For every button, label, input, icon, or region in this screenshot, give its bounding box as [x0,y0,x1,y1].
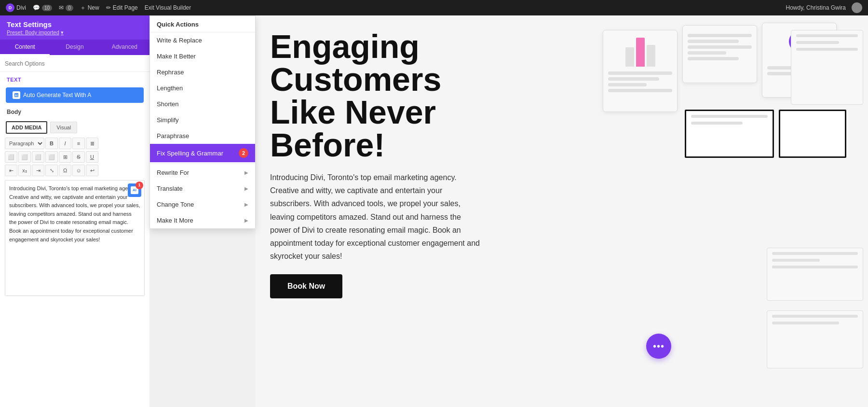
special-char-button[interactable]: Ω [59,165,71,176]
pencil-icon: ✏ [106,4,111,11]
brand-name: Divi [16,4,26,11]
exit-label: Exit Visual Builder [145,4,191,11]
toolbar-row-2: Paragraph B I ≡ ≣ [5,137,145,150]
spelling-badge: 2 [239,148,248,158]
plus-icon: ＋ [80,4,86,12]
hero-section: EngagingCustomersLike NeverBefore! Intro… [256,15,593,308]
page-content: EngagingCustomersLike NeverBefore! Intro… [256,15,868,407]
toolbar-row-1: ADD MEDIA Visual [5,118,145,137]
panel-tabs: Content Design Advanced [0,40,149,55]
ul-button[interactable]: ≡ [72,138,85,149]
comments-count: 10 [42,5,52,11]
underline-button[interactable]: U [86,151,98,163]
align-center-button[interactable]: ⬜ [18,151,31,163]
align-left-button[interactable]: ⬜ [5,151,17,163]
search-input[interactable] [5,60,145,67]
section-label: Text [0,72,149,84]
chevron-right-icon: ▶ [244,170,248,175]
exit-visual-builder[interactable]: Exit Visual Builder [145,4,191,11]
toolbar-row-3: ⬜ ⬜ ⬜ ⬜ ⊞ S U [5,150,145,164]
comments-item[interactable]: 💬 10 [33,4,52,11]
search-options[interactable] [0,55,149,72]
admin-bar-right: Howdy, Christina Gwira [786,2,862,13]
admin-bar: D Divi 💬 10 ✉ 0 ＋ New ✏ Edit Page Exit V… [0,0,868,15]
ol-button[interactable]: ≣ [86,138,98,149]
italic-button[interactable]: I [59,138,71,149]
menu-fix-spelling[interactable]: Fix Spelling & Grammar 2 [150,144,255,162]
tab-design[interactable]: Design [50,40,99,55]
menu-simplify[interactable]: Simplify [150,112,255,128]
context-menu: Quick Actions Write & Replace Make It Be… [149,15,256,229]
bold-button[interactable]: B [45,138,58,149]
toolbar-row-4: ⇤ x₂ ⇥ ⤡ Ω ☺ ↩ [5,164,145,177]
divi-logo-icon: D [6,3,14,12]
menu-rewrite-for[interactable]: Rewrite For ▶ [150,165,255,181]
menu-paraphrase[interactable]: Paraphrase [150,128,255,144]
menu-rephrase[interactable]: Rephrase [150,64,255,80]
menu-make-better[interactable]: Make It Better [150,48,255,64]
edit-page-label: Edit Page [113,4,138,11]
menu-change-tone[interactable]: Change Tone ▶ [150,196,255,212]
hero-headline: EngagingCustomersLike NeverBefore! [270,30,579,161]
indent-more-button[interactable]: ⇥ [32,165,44,176]
chevron-right-icon-translate: ▶ [244,186,248,191]
menu-translate[interactable]: Translate ▶ [150,181,255,196]
undo-editor-button[interactable]: ↩ [86,165,98,176]
menu-shorten[interactable]: Shorten [150,96,255,112]
strikethrough-button[interactable]: S [72,151,85,163]
left-panel: Text Settings Preset: Body imported ▾ Co… [0,15,149,407]
table-button[interactable]: ⊞ [59,151,71,163]
ai-button-label: Auto Generate Text With A [23,92,91,98]
body-label: Body [0,107,149,118]
messages-icon: ✉ [59,4,64,11]
chevron-right-icon-more: ▶ [244,218,248,223]
preset-label: Preset: Body imported [7,29,59,35]
add-media-button[interactable]: ADD MEDIA [6,121,47,134]
messages-item[interactable]: ✉ 0 [59,4,73,11]
comments-icon: 💬 [33,4,40,11]
messages-count: 0 [66,5,73,11]
paragraph-select[interactable]: Paragraph [5,138,44,149]
edit-page-item[interactable]: ✏ Edit Page [106,4,138,11]
editor-toolbar: ADD MEDIA Visual Paragraph B I ≡ ≣ ⬜ ⬜ ⬜… [0,118,149,177]
user-greeting: Howdy, Christina Gwira [786,4,846,11]
new-item[interactable]: ＋ New [80,4,99,12]
panel-title: Text Settings [7,20,143,28]
indent-button[interactable]: ⇤ [5,165,17,176]
chevron-right-icon-tone: ▶ [244,202,248,207]
ai-icon: AI [13,91,20,99]
editor-text: Introducing Divi, Toronto's top email ma… [9,184,140,244]
menu-divider-1 [150,163,255,164]
notification-badge: 1 [136,182,143,189]
panel-preset[interactable]: Preset: Body imported ▾ [7,29,143,36]
emoji-button[interactable]: ☺ [72,165,85,176]
tab-advanced[interactable]: Advanced [100,40,149,55]
svg-text:AI: AI [15,94,18,97]
divi-logo-item[interactable]: D Divi [6,3,26,12]
align-right-button[interactable]: ⬜ [32,151,44,163]
tab-content[interactable]: Content [0,40,50,55]
fullscreen-button[interactable]: ⤡ [45,165,58,176]
admin-bar-left: D Divi 💬 10 ✉ 0 ＋ New ✏ Edit Page Exit V… [6,3,778,12]
editor-area[interactable]: Introducing Divi, Toronto's top email ma… [5,180,145,296]
visual-button[interactable]: Visual [50,122,77,133]
book-now-label: Book Now [287,282,325,290]
context-menu-header: Quick Actions [150,16,255,32]
ai-editor-badge[interactable]: AI 1 [128,183,141,197]
user-avatar [852,2,862,13]
menu-make-more[interactable]: Make It More ▶ [150,212,255,228]
preset-arrow: ▾ [61,29,64,35]
hero-body: Introducing Divi, Toronto's top email ma… [270,171,482,263]
new-label: New [88,4,99,11]
book-now-button[interactable]: Book Now [270,274,342,298]
align-justify-button[interactable]: ⬜ [45,151,58,163]
ai-generate-button[interactable]: AI Auto Generate Text With A [6,87,144,103]
headline-text: EngagingCustomersLike NeverBefore! [270,28,441,163]
menu-lengthen[interactable]: Lengthen [150,80,255,96]
menu-write-replace[interactable]: Write & Replace [150,32,255,48]
subscript-button[interactable]: x₂ [18,165,31,176]
panel-header: Text Settings Preset: Body imported ▾ [0,15,149,40]
